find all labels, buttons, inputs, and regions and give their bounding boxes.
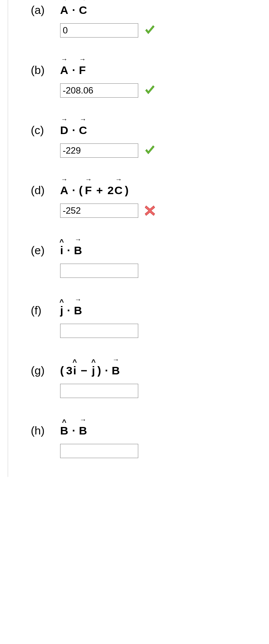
question-label: (d) bbox=[31, 184, 53, 197]
vector-B: →B bbox=[79, 424, 87, 437]
j-hat: ^j bbox=[92, 364, 95, 377]
minus-sign: − bbox=[79, 364, 90, 377]
plus-sign: + bbox=[94, 184, 105, 197]
answer-input-e[interactable] bbox=[60, 264, 138, 278]
vector-B: →B bbox=[74, 244, 82, 257]
answer-input-g[interactable] bbox=[60, 384, 138, 398]
question-a: (a) →A · →C bbox=[31, 4, 269, 38]
question-h-prompt: (h) ^B · →B bbox=[31, 424, 269, 437]
answer-row-c bbox=[60, 143, 269, 158]
question-c-prompt: (c) →D · →C bbox=[31, 124, 269, 137]
question-e-prompt: (e) ^i · →B bbox=[31, 244, 269, 257]
expression-a-dot-f: →A · →F bbox=[60, 64, 86, 77]
answer-input-d[interactable] bbox=[60, 204, 138, 218]
vector-C: →C bbox=[79, 4, 87, 17]
answer-input-f[interactable] bbox=[60, 324, 138, 338]
dot-operator: · bbox=[71, 424, 77, 437]
question-b: (b) →A · →F bbox=[31, 64, 269, 98]
expression-3i-minus-j-dot-b: ( 3 ^i − ^j ) · →B bbox=[60, 364, 120, 377]
answer-row-h bbox=[60, 444, 269, 458]
question-g: (g) ( 3 ^i − ^j ) · →B bbox=[31, 364, 269, 398]
dot-operator: · bbox=[71, 4, 77, 17]
check-icon bbox=[144, 144, 156, 157]
answer-row-e bbox=[60, 264, 269, 278]
expression-a-dot-f-plus-2c: →A · ( →F + 2 →C ) bbox=[60, 184, 128, 197]
vector-D: →D bbox=[60, 124, 68, 137]
answer-input-c[interactable] bbox=[60, 143, 138, 158]
expression-ihat-dot-b: ^i · →B bbox=[60, 244, 82, 257]
dot-operator: · bbox=[103, 364, 109, 377]
question-h: (h) ^B · →B bbox=[31, 424, 269, 458]
dot-operator: · bbox=[71, 64, 77, 77]
question-label: (e) bbox=[31, 244, 53, 257]
expression-jhat-dot-b: ^j · →B bbox=[60, 304, 82, 317]
question-f-prompt: (f) ^j · →B bbox=[31, 304, 269, 317]
vector-A: →A bbox=[60, 64, 68, 77]
lparen: ( bbox=[60, 364, 64, 377]
expression-a-dot-c: →A · →C bbox=[60, 4, 87, 17]
answer-input-h[interactable] bbox=[60, 444, 138, 458]
question-f: (f) ^j · →B bbox=[31, 304, 269, 338]
dot-operator: · bbox=[65, 304, 71, 317]
quiz-page: (a) →A · →C (b) →A · →F bbox=[8, 0, 269, 477]
question-e: (e) ^i · →B bbox=[31, 244, 269, 278]
question-g-prompt: (g) ( 3 ^i − ^j ) · →B bbox=[31, 364, 269, 377]
answer-row-f bbox=[60, 324, 269, 338]
question-a-prompt: (a) →A · →C bbox=[31, 4, 269, 17]
vector-A: →A bbox=[60, 184, 68, 197]
vector-F: →F bbox=[85, 184, 92, 197]
question-label: (h) bbox=[31, 424, 53, 437]
answer-row-b bbox=[60, 83, 269, 98]
vector-B: →B bbox=[74, 304, 82, 317]
dot-operator: · bbox=[65, 244, 71, 257]
answer-input-b[interactable] bbox=[60, 83, 138, 98]
expression-d-dot-c: →D · →C bbox=[60, 124, 87, 137]
j-hat: ^j bbox=[60, 304, 63, 317]
lparen: ( bbox=[79, 184, 83, 197]
dot-operator: · bbox=[71, 184, 77, 197]
question-label: (a) bbox=[31, 4, 53, 17]
coef-2: 2 bbox=[107, 184, 114, 197]
check-icon bbox=[144, 84, 156, 97]
question-label: (c) bbox=[31, 124, 53, 137]
question-label: (b) bbox=[31, 64, 53, 77]
question-label: (f) bbox=[31, 304, 53, 317]
question-label: (g) bbox=[31, 364, 53, 377]
i-hat: ^i bbox=[73, 364, 76, 377]
question-b-prompt: (b) →A · →F bbox=[31, 64, 269, 77]
dot-operator: · bbox=[71, 124, 77, 137]
answer-row-g bbox=[60, 384, 269, 398]
vector-C: →C bbox=[115, 184, 123, 197]
question-c: (c) →D · →C bbox=[31, 124, 269, 158]
answer-row-a bbox=[60, 23, 269, 38]
vector-A: →A bbox=[60, 4, 68, 17]
b-hat: ^B bbox=[60, 424, 68, 437]
rparen: ) bbox=[97, 364, 101, 377]
check-icon bbox=[144, 24, 156, 37]
vector-F: →F bbox=[79, 64, 86, 77]
rparen: ) bbox=[125, 184, 128, 197]
answer-row-d bbox=[60, 204, 269, 218]
question-d-prompt: (d) →A · ( →F + 2 →C ) bbox=[31, 184, 269, 197]
expression-bhat-dot-b: ^B · →B bbox=[60, 424, 87, 437]
x-icon bbox=[144, 204, 156, 217]
answer-input-a[interactable] bbox=[60, 23, 138, 38]
i-hat: ^i bbox=[60, 244, 63, 257]
question-d: (d) →A · ( →F + 2 →C ) bbox=[31, 184, 269, 218]
vector-C: →C bbox=[79, 124, 87, 137]
coef-3: 3 bbox=[66, 364, 73, 377]
vector-B: →B bbox=[112, 364, 120, 377]
